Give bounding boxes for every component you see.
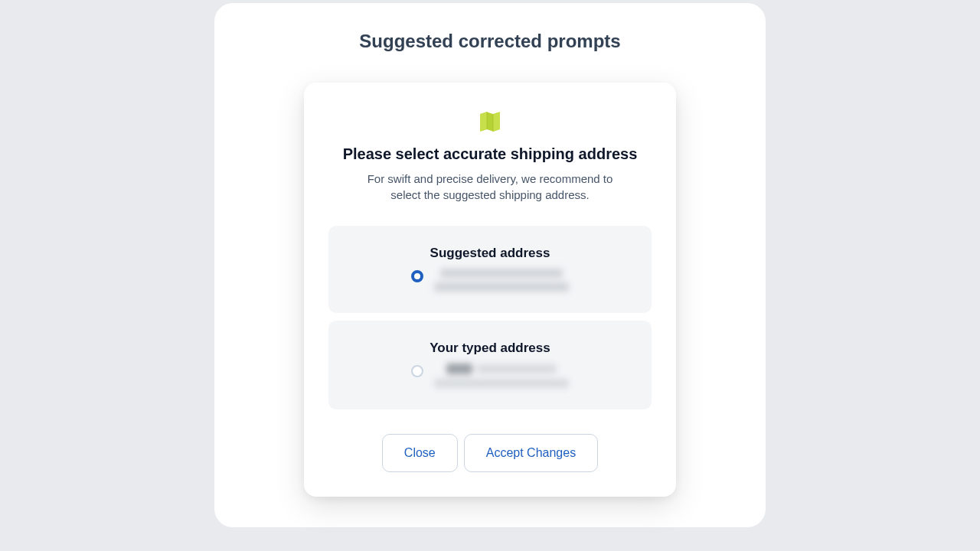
page-title: Suggested corrected prompts (359, 31, 620, 52)
outer-card: Suggested corrected prompts Please selec… (214, 3, 766, 527)
accept-changes-button[interactable]: Accept Changes (464, 434, 598, 472)
typed-address-text (434, 364, 569, 388)
radio-typed[interactable] (411, 365, 423, 377)
option-typed-title: Your typed address (430, 341, 550, 356)
suggested-address-text (434, 269, 569, 292)
modal-button-row: Close Accept Changes (382, 434, 598, 472)
option-suggested-title: Suggested address (430, 246, 550, 261)
map-icon (477, 109, 503, 138)
radio-suggested[interactable] (411, 270, 423, 282)
modal-description: For swift and precise delivery, we recom… (352, 171, 628, 203)
modal-title: Please select accurate shipping address (343, 145, 638, 163)
option-typed-address[interactable]: Your typed address (328, 321, 652, 409)
address-modal: Please select accurate shipping address … (304, 83, 676, 497)
close-button[interactable]: Close (382, 434, 458, 472)
option-suggested-address[interactable]: Suggested address (328, 226, 652, 313)
